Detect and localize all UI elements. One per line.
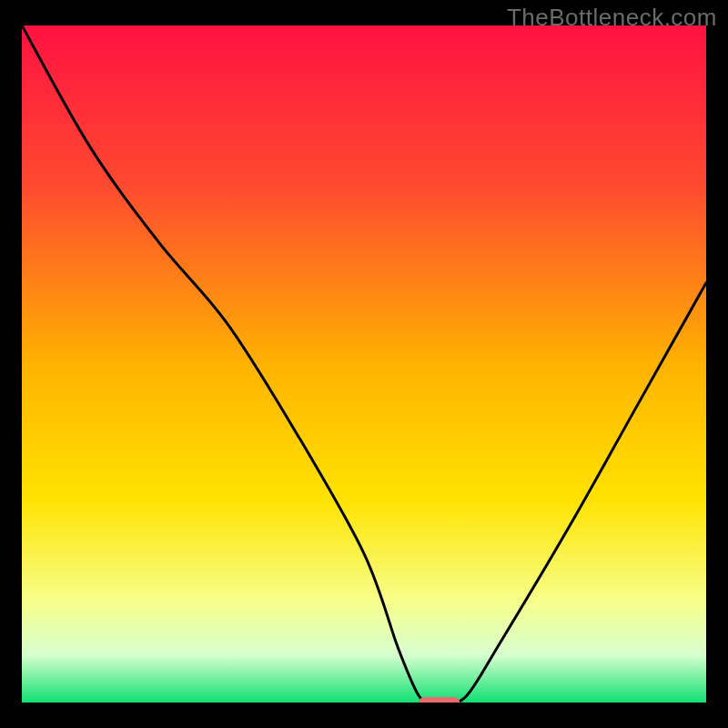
optimal-marker [419, 697, 460, 703]
bottleneck-chart [22, 25, 706, 703]
plot-area [22, 25, 706, 703]
chart-frame: TheBottleneck.com [0, 0, 728, 728]
watermark-text: TheBottleneck.com [507, 4, 717, 32]
gradient-background [22, 25, 706, 703]
